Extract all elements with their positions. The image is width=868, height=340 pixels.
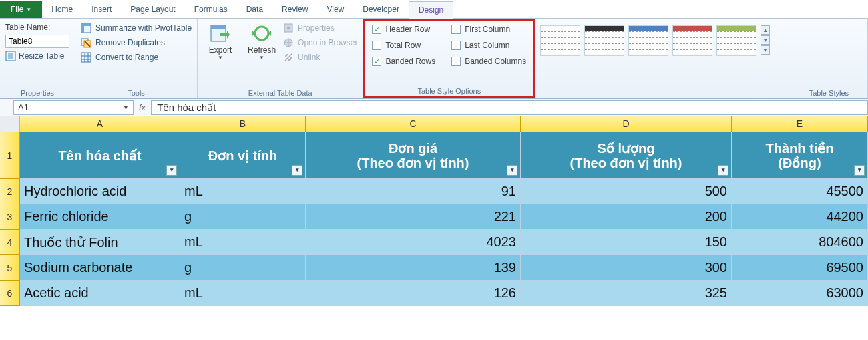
col-header-E[interactable]: E: [732, 116, 868, 132]
group-table-styles: ▲ ▼ ▾ Table Styles: [535, 19, 868, 98]
tab-formulas[interactable]: Formulas: [185, 1, 237, 18]
convert-icon: [81, 52, 91, 63]
col-header-D[interactable]: D: [521, 116, 732, 132]
cell[interactable]: 139: [306, 255, 521, 281]
gallery-scroll-down[interactable]: ▼: [761, 35, 770, 45]
gallery-more-button[interactable]: ▾: [761, 45, 770, 55]
table-row: Ferric chlorideg22120044200: [20, 204, 868, 230]
gallery-scroll-up[interactable]: ▲: [761, 25, 770, 35]
cell[interactable]: 300: [521, 255, 732, 281]
name-box[interactable]: A1 ▼: [13, 100, 134, 115]
cell[interactable]: 44200: [732, 204, 868, 230]
check-first-column[interactable]: First Column: [451, 25, 526, 34]
chevron-down-icon: ▼: [26, 7, 31, 13]
cell[interactable]: 45500: [732, 179, 868, 204]
cell[interactable]: 69500: [732, 255, 868, 281]
filter-icon[interactable]: ▾: [718, 165, 728, 176]
convert-range-button[interactable]: Convert to Range: [81, 52, 192, 63]
cell[interactable]: mL: [180, 230, 306, 255]
cell[interactable]: 63000: [732, 281, 868, 306]
filter-icon[interactable]: ▾: [292, 165, 302, 176]
col-header-C[interactable]: C: [306, 116, 521, 132]
cell[interactable]: Ferric chloride: [20, 204, 180, 230]
tab-review[interactable]: Review: [272, 1, 317, 18]
filter-icon[interactable]: ▾: [166, 165, 177, 176]
checkbox-icon: [451, 25, 461, 34]
check-banded-rows[interactable]: Banded Rows: [372, 57, 435, 66]
table-header-cell[interactable]: Đơn giá(Theo đơn vị tính)▾: [306, 132, 521, 179]
select-all-corner[interactable]: [0, 116, 20, 132]
table-header-cell[interactable]: Thành tiền(Đồng)▾: [732, 132, 868, 179]
cell[interactable]: 91: [306, 179, 521, 204]
style-thumb-4[interactable]: [716, 25, 756, 56]
style-thumb-1[interactable]: [584, 25, 624, 56]
ext-properties-button: Properties: [283, 23, 357, 33]
remove-duplicates-button[interactable]: Remove Duplicates: [81, 37, 192, 48]
group-label-styles: Table Styles: [540, 88, 862, 97]
cell[interactable]: 221: [306, 204, 521, 230]
cell[interactable]: 500: [521, 179, 732, 204]
filter-icon[interactable]: ▾: [507, 165, 517, 176]
style-thumb-2[interactable]: [628, 25, 668, 56]
fx-icon[interactable]: fx: [139, 102, 146, 112]
grid: 123456 ABCDE Tên hóa chất▾Đơn vị tính▾Đơ…: [0, 116, 868, 306]
filter-icon[interactable]: ▾: [854, 165, 865, 176]
tab-home[interactable]: Home: [42, 1, 82, 18]
file-tab[interactable]: File ▼: [0, 1, 42, 18]
row-header-4[interactable]: 4: [0, 230, 20, 255]
ribbon-tabs: File ▼ Home Insert Page Layout Formulas …: [0, 0, 868, 19]
check-total-row[interactable]: Total Row: [372, 41, 435, 50]
export-button[interactable]: Export ▼: [203, 23, 238, 61]
cell[interactable]: Acetic acid: [20, 281, 180, 306]
cell[interactable]: 126: [306, 281, 521, 306]
row-header-6[interactable]: 6: [0, 281, 20, 306]
check-header-row[interactable]: Header Row: [372, 25, 435, 34]
group-style-options: Header Row First Column Total Row Last C…: [363, 19, 535, 98]
file-tab-label: File: [11, 5, 23, 14]
resize-table-button[interactable]: Resize Table: [5, 51, 69, 61]
svg-rect-14: [211, 25, 226, 29]
cell[interactable]: 200: [521, 204, 732, 230]
cell[interactable]: 150: [521, 230, 732, 255]
table-row: Thuốc thử FolinmL4023150804600: [20, 230, 868, 255]
cell[interactable]: g: [180, 255, 306, 281]
cell[interactable]: Sodium carbonate: [20, 255, 180, 281]
table-header-cell[interactable]: Số lượng(Theo đơn vị tính)▾: [521, 132, 732, 179]
cell[interactable]: 325: [521, 281, 732, 306]
tab-page-layout[interactable]: Page Layout: [121, 1, 184, 18]
check-banded-columns[interactable]: Banded Columns: [451, 57, 526, 66]
tab-developer[interactable]: Developer: [353, 1, 409, 18]
tab-design[interactable]: Design: [409, 1, 453, 19]
cell[interactable]: mL: [180, 179, 306, 204]
cell[interactable]: Hydrochloric acid: [20, 179, 180, 204]
cell[interactable]: g: [180, 204, 306, 230]
cell[interactable]: mL: [180, 281, 306, 306]
row-header-2[interactable]: 2: [0, 179, 20, 204]
unlink-icon: [283, 52, 294, 63]
style-thumb-0[interactable]: [540, 25, 580, 56]
cell[interactable]: Thuốc thử Folin: [20, 230, 180, 255]
formula-input[interactable]: Tên hóa chất: [151, 100, 868, 115]
summarize-pivot-button[interactable]: Summarize with PivotTable: [81, 23, 192, 33]
browser-icon: [283, 37, 294, 48]
col-header-A[interactable]: A: [20, 116, 180, 132]
tab-insert[interactable]: Insert: [82, 1, 121, 18]
tab-data[interactable]: Data: [237, 1, 272, 18]
cell[interactable]: 4023: [306, 230, 521, 255]
check-last-column[interactable]: Last Column: [451, 41, 526, 50]
tab-view[interactable]: View: [317, 1, 353, 18]
cell[interactable]: 804600: [732, 230, 868, 255]
style-thumb-3[interactable]: [672, 25, 712, 56]
table-row: Acetic acidmL12632563000: [20, 281, 868, 306]
table-header-cell[interactable]: Đơn vị tính▾: [180, 132, 306, 179]
table-header-cell[interactable]: Tên hóa chất▾: [20, 132, 180, 179]
pivot-icon: [81, 23, 91, 33]
table-name-input[interactable]: [5, 35, 69, 48]
resize-icon: [5, 51, 16, 61]
group-label-properties: Properties: [5, 88, 69, 97]
row-header-5[interactable]: 5: [0, 255, 20, 281]
col-header-B[interactable]: B: [180, 116, 306, 132]
refresh-button[interactable]: Refresh ▼: [244, 23, 279, 61]
row-header-1[interactable]: 1: [0, 132, 20, 179]
row-header-3[interactable]: 3: [0, 204, 20, 230]
